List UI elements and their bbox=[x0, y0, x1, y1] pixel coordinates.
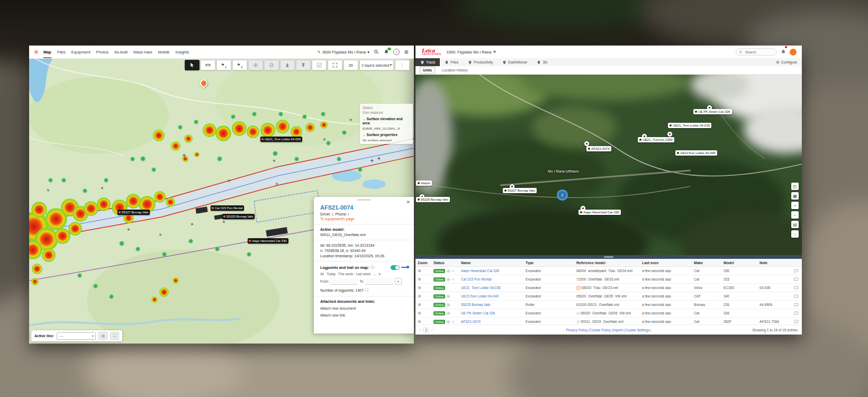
search-box[interactable] bbox=[736, 48, 777, 56]
fit-extent-button[interactable] bbox=[328, 60, 342, 70]
machine-label-chip[interactable]: 55225 Bomag Vals bbox=[222, 214, 255, 219]
map-control-button[interactable]: ▤ bbox=[791, 221, 799, 228]
close-icon[interactable]: ✕ bbox=[406, 200, 410, 205]
map-control-button[interactable]: + bbox=[791, 202, 799, 209]
machine-label-chip[interactable]: AFS21-0074 bbox=[586, 146, 611, 151]
zoom-to-unit-icon[interactable]: ⊕ bbox=[418, 285, 421, 290]
notifications-bell-icon[interactable] bbox=[781, 47, 786, 57]
satellite-map[interactable]: Mo i Rana lufthavn UE PK Strøm Cat 326UE… bbox=[415, 74, 802, 255]
search-icon[interactable] bbox=[373, 49, 379, 55]
comment-icon[interactable] bbox=[794, 311, 799, 315]
conx-tab[interactable]: Files bbox=[440, 58, 463, 66]
legend-section-elevation[interactable]: ⌄Surface elevation and area bbox=[363, 117, 410, 125]
unit-name-link[interactable]: UE21Tore Lokke 04-040 bbox=[461, 294, 526, 298]
project-selector[interactable]: ✎ 3000 Flyplass Mo i Rana ▾ bbox=[317, 50, 369, 55]
equipment-page-link[interactable]: To equipment's page bbox=[320, 217, 409, 221]
date-picker-button[interactable]: ▾ bbox=[395, 278, 402, 285]
comment-icon[interactable] bbox=[794, 286, 799, 290]
more-options-button[interactable]: ⋮ bbox=[395, 60, 410, 70]
fit-view-icon-button[interactable]: ⛶ bbox=[110, 332, 119, 340]
unit-name-link[interactable]: 55225 Bomag Vals bbox=[461, 303, 526, 306]
nav-tab[interactable]: Mobile bbox=[158, 46, 169, 58]
three-d-button[interactable]: 3D bbox=[343, 60, 358, 70]
machine-label-chip[interactable]: UE21_Tore Lokke 04-035 bbox=[260, 137, 302, 142]
machine-label-chip[interactable]: Cat 315 Pon Rental bbox=[211, 205, 244, 211]
map-control-button[interactable]: − bbox=[791, 211, 799, 219]
zoom-to-unit-icon[interactable]: ⊕ bbox=[418, 268, 421, 273]
divider-grab-handle[interactable] bbox=[604, 256, 613, 258]
machine-label-chip[interactable]: 55227 Bomag Vals bbox=[117, 210, 150, 215]
conx-tab[interactable]: Track bbox=[415, 58, 440, 66]
visibility-tool-button[interactable] bbox=[248, 60, 263, 70]
zoom-to-unit-icon[interactable]: ⊕ bbox=[418, 302, 421, 307]
machine-label-chip[interactable]: UE21_Tore Lokke 04-035 bbox=[668, 123, 711, 128]
machine-label-chip[interactable]: Aage Haverstad Cat 330 bbox=[578, 210, 621, 215]
comment-icon[interactable] bbox=[794, 320, 799, 324]
cluster-marker[interactable]: 2 bbox=[557, 190, 568, 201]
from-date-input[interactable] bbox=[330, 278, 358, 285]
eye-icon[interactable] bbox=[446, 269, 450, 273]
comment-icon[interactable] bbox=[794, 277, 799, 282]
select-area-tool-button[interactable] bbox=[312, 60, 327, 70]
attach-document-link[interactable]: Attach new document bbox=[320, 306, 409, 310]
eye-icon[interactable] bbox=[446, 295, 450, 298]
unit-name-link[interactable]: Cat 315 Pon Rental bbox=[461, 277, 526, 281]
comment-icon[interactable] bbox=[794, 294, 799, 299]
left-map[interactable]: ✕✕✕✕✕✕✕✕✕✕✕✕✕✕✕ UE21_Tore Lokke 04-035Ca… bbox=[29, 58, 414, 344]
surface-up-tool-button[interactable] bbox=[280, 60, 295, 70]
nav-tab[interactable]: Equipment bbox=[71, 46, 91, 58]
surface-down-tool-button[interactable] bbox=[296, 60, 311, 70]
eye-icon[interactable] bbox=[446, 312, 450, 315]
unit-name-link[interactable]: Aage Haverstad Cat 330 bbox=[461, 269, 526, 273]
flag-tool-2-button[interactable]: ⚑2 bbox=[216, 60, 231, 70]
map-control-button[interactable]: ▦ bbox=[791, 192, 799, 200]
unit-name-link[interactable]: UE21_Tore Lokke 04-035 bbox=[461, 286, 526, 290]
attach-link-link[interactable]: Attach new link bbox=[320, 313, 409, 317]
table-divider[interactable] bbox=[415, 255, 802, 259]
logpoints-toggle[interactable] bbox=[391, 265, 400, 270]
search-input[interactable] bbox=[744, 50, 774, 55]
unit-name-link[interactable]: AFS21-0074 bbox=[461, 320, 526, 323]
machine-label-chip[interactable]: hitachi bbox=[416, 181, 432, 186]
nav-tab[interactable]: Map bbox=[43, 46, 51, 58]
nav-tab[interactable]: Files bbox=[57, 46, 66, 58]
zoom-to-logpoints-icon[interactable]: ⛶ bbox=[365, 287, 368, 293]
zoom-to-unit-icon[interactable]: ⊕ bbox=[418, 294, 421, 299]
machine-label-chip[interactable]: Aage Haverstad Cat 330 bbox=[248, 238, 288, 243]
machine-pin[interactable] bbox=[667, 131, 673, 137]
conx-subtab[interactable]: Location History bbox=[439, 67, 471, 73]
conx-tab[interactable]: EarthMover bbox=[498, 58, 532, 66]
legend-section-properties[interactable]: ⌄Surface properties bbox=[363, 133, 410, 137]
next-page-icon[interactable]: › bbox=[431, 328, 432, 332]
range-filter-option[interactable]: Last week bbox=[356, 272, 370, 276]
locate-icon-button[interactable]: ◎ bbox=[98, 332, 107, 340]
unit-name-link[interactable]: UE PK Strøm Cat 326 bbox=[461, 311, 526, 315]
zoom-to-unit-icon[interactable]: ⊕ bbox=[418, 311, 421, 315]
footer-link[interactable]: Cookie Settings bbox=[625, 328, 652, 332]
nav-tab[interactable]: As-built bbox=[114, 46, 128, 58]
conx-tab[interactable]: Productivity bbox=[463, 58, 498, 66]
active-line-select[interactable]: ----▾ bbox=[57, 332, 96, 340]
conx-subtab[interactable]: Units bbox=[420, 67, 435, 74]
zoom-to-unit-icon[interactable]: ⊕ bbox=[418, 277, 421, 282]
machine-label-chip[interactable]: UE21Tore Lokke 04-045 bbox=[675, 150, 717, 156]
measure-tool-button[interactable] bbox=[201, 60, 215, 70]
range-filter-option[interactable]: All bbox=[320, 272, 324, 276]
footer-link[interactable]: Cookie Policy bbox=[590, 328, 613, 332]
nav-tab[interactable]: Insights bbox=[176, 46, 189, 58]
eye-icon[interactable] bbox=[446, 278, 450, 281]
user-avatar[interactable] bbox=[790, 49, 797, 56]
range-filter-option[interactable]: Today bbox=[327, 272, 336, 276]
panel-drag-handle[interactable] bbox=[357, 199, 371, 201]
help-icon[interactable]: ? bbox=[393, 49, 400, 55]
map-control-button[interactable]: ↓ bbox=[791, 230, 799, 238]
current-page[interactable]: 1 bbox=[423, 328, 429, 332]
configure-button[interactable]: ⚙ Configure bbox=[776, 58, 802, 66]
range-filter-option[interactable]: ... bbox=[374, 272, 376, 276]
disabled-tool-button[interactable] bbox=[264, 60, 279, 70]
nav-tab[interactable]: Photos bbox=[96, 46, 108, 58]
footer-link[interactable]: Privacy Policy bbox=[566, 328, 590, 332]
prev-page-icon[interactable]: ‹ bbox=[420, 328, 421, 332]
nav-tab[interactable]: Mass Haul bbox=[133, 46, 152, 58]
machine-label-chip[interactable]: UE PK Strøm Cat 326 bbox=[693, 109, 732, 114]
